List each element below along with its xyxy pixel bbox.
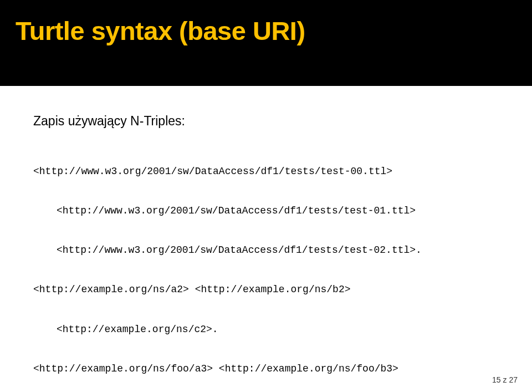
code-line: <http://www.w3.org/2001/sw/DataAccess/df… [33,205,499,218]
slide-title: Turtle syntax (base URI) [16,16,516,46]
code-block: <http://www.w3.org/2001/sw/DataAccess/df… [33,139,499,392]
code-line: <http://www.w3.org/2001/sw/DataAccess/df… [33,165,499,179]
code-line: <http://example.org/ns/a2> <http://examp… [33,283,499,297]
code-line: <http://www.w3.org/2001/sw/DataAccess/df… [33,244,499,257]
content-subtitle: Zapis używający N-Triples: [33,114,499,129]
code-line: <http://example.org/ns/c2>. [33,323,499,337]
code-line: <http://example.org/ns/foo/a3> <http://e… [33,363,499,376]
page-number: 15 z 27 [492,375,518,384]
slide-header: Turtle syntax (base URI) [0,0,532,86]
slide-content: Zapis używający N-Triples: <http://www.w… [0,86,532,392]
